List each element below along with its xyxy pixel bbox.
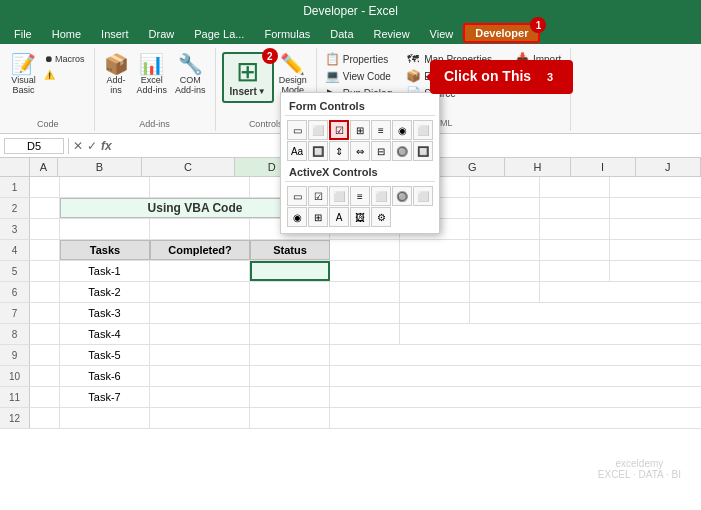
form-ctrl-4[interactable]: ≡	[371, 120, 391, 140]
warning-btn[interactable]: ⚠️	[41, 68, 88, 82]
cell-d8[interactable]	[250, 324, 330, 344]
cell-a12[interactable]	[30, 408, 60, 428]
tab-pagelayout[interactable]: Page La...	[184, 24, 254, 44]
cell-reference[interactable]	[4, 138, 64, 154]
tab-home[interactable]: Home	[42, 24, 91, 44]
tab-file[interactable]: File	[4, 24, 42, 44]
cell-b7[interactable]: Task-3	[60, 303, 150, 323]
cell-c12[interactable]	[150, 408, 250, 428]
form-ctrl-5[interactable]: ◉	[392, 120, 412, 140]
activex-ctrl-2[interactable]: ☑	[308, 186, 328, 206]
cell-b3[interactable]	[60, 219, 150, 239]
insert-function-icon[interactable]: fx	[101, 139, 112, 153]
form-ctrl-12[interactable]: 🔘	[392, 141, 412, 161]
cell-f5[interactable]	[400, 261, 470, 281]
activex-ctrl-3[interactable]: ⬜	[329, 186, 349, 206]
cell-e6[interactable]	[330, 282, 400, 302]
cell-f7[interactable]	[400, 303, 470, 323]
activex-ctrl-4[interactable]: ≡	[350, 186, 370, 206]
insert-btn[interactable]: ⊞ Insert ▼ 2	[222, 52, 274, 103]
tab-data[interactable]: Data	[320, 24, 363, 44]
cell-e5[interactable]	[330, 261, 400, 281]
cell-b4[interactable]: Tasks	[60, 240, 150, 260]
cell-e7[interactable]	[330, 303, 400, 323]
macros-btn[interactable]: ⏺ Macros	[41, 52, 88, 66]
tab-developer[interactable]: Developer 1	[463, 23, 540, 43]
cell-h4[interactable]	[540, 240, 610, 260]
cell-b11[interactable]: Task-7	[60, 387, 150, 407]
cell-d12[interactable]	[250, 408, 330, 428]
cell-d4[interactable]: Status	[250, 240, 330, 260]
activex-ctrl-9[interactable]: ⊞	[308, 207, 328, 227]
cell-h5[interactable]	[540, 261, 610, 281]
view-code-btn[interactable]: 💻 View Code	[323, 68, 394, 84]
cell-a11[interactable]	[30, 387, 60, 407]
visual-basic-btn[interactable]: 📝 VisualBasic	[8, 52, 39, 97]
cell-b6[interactable]: Task-2	[60, 282, 150, 302]
excel-add-ins-btn[interactable]: 📊 ExcelAdd-ins	[134, 52, 171, 97]
cell-d5[interactable]	[250, 261, 330, 281]
properties-btn[interactable]: 📋 Properties	[323, 51, 394, 67]
activex-ctrl-6[interactable]: 🔘	[392, 186, 412, 206]
cell-a3[interactable]	[30, 219, 60, 239]
cancel-formula-icon[interactable]: ✕	[73, 139, 83, 153]
cell-c7[interactable]	[150, 303, 250, 323]
cell-f6[interactable]	[400, 282, 470, 302]
confirm-formula-icon[interactable]: ✓	[87, 139, 97, 153]
cell-c4[interactable]: Completed?	[150, 240, 250, 260]
form-ctrl-10[interactable]: ⇔	[350, 141, 370, 161]
form-ctrl-6[interactable]: ⬜	[413, 120, 433, 140]
form-ctrl-7[interactable]: Aa	[287, 141, 307, 161]
cell-c5[interactable]	[150, 261, 250, 281]
cell-c11[interactable]	[150, 387, 250, 407]
activex-ctrl-7[interactable]: ⬜	[413, 186, 433, 206]
cell-b8[interactable]: Task-4	[60, 324, 150, 344]
cell-c10[interactable]	[150, 366, 250, 386]
cell-a10[interactable]	[30, 366, 60, 386]
activex-ctrl-10[interactable]: A	[329, 207, 349, 227]
cell-d7[interactable]	[250, 303, 330, 323]
form-ctrl-9[interactable]: ⇕	[329, 141, 349, 161]
cell-g2[interactable]	[470, 198, 540, 218]
cell-d6[interactable]	[250, 282, 330, 302]
tab-formulas[interactable]: Formulas	[254, 24, 320, 44]
design-mode-btn[interactable]: ✏️ DesignMode	[276, 52, 310, 97]
cell-b1[interactable]	[60, 177, 150, 197]
activex-ctrl-12[interactable]: ⚙	[371, 207, 391, 227]
cell-b5[interactable]: Task-1	[60, 261, 150, 281]
cell-b12[interactable]	[60, 408, 150, 428]
tab-draw[interactable]: Draw	[139, 24, 185, 44]
cell-c8[interactable]	[150, 324, 250, 344]
cell-h2[interactable]	[540, 198, 610, 218]
cell-d10[interactable]	[250, 366, 330, 386]
form-ctrl-1[interactable]: ▭	[287, 120, 307, 140]
cell-b10[interactable]: Task-6	[60, 366, 150, 386]
cell-a9[interactable]	[30, 345, 60, 365]
cell-g4[interactable]	[470, 240, 540, 260]
cell-h3[interactable]	[540, 219, 610, 239]
tab-review[interactable]: Review	[364, 24, 420, 44]
form-ctrl-8[interactable]: 🔲	[308, 141, 328, 161]
form-ctrl-checkbox[interactable]: ☑	[329, 120, 349, 140]
cell-a2[interactable]	[30, 198, 60, 218]
activex-ctrl-8[interactable]: ◉	[287, 207, 307, 227]
cell-g6[interactable]	[470, 282, 540, 302]
cell-g3[interactable]	[470, 219, 540, 239]
cell-c9[interactable]	[150, 345, 250, 365]
cell-c3[interactable]	[150, 219, 250, 239]
cell-c6[interactable]	[150, 282, 250, 302]
form-ctrl-11[interactable]: ⊟	[371, 141, 391, 161]
cell-e4[interactable]	[330, 240, 400, 260]
form-ctrl-2[interactable]: ⬜	[308, 120, 328, 140]
activex-ctrl-11[interactable]: 🖼	[350, 207, 370, 227]
add-ins-btn[interactable]: 📦 Add-ins	[101, 52, 132, 97]
cell-d11[interactable]	[250, 387, 330, 407]
cell-b9[interactable]: Task-5	[60, 345, 150, 365]
activex-ctrl-1[interactable]: ▭	[287, 186, 307, 206]
cell-a5[interactable]	[30, 261, 60, 281]
cell-a1[interactable]	[30, 177, 60, 197]
cell-a7[interactable]	[30, 303, 60, 323]
cell-f4[interactable]	[400, 240, 470, 260]
form-ctrl-3[interactable]: ⊞	[350, 120, 370, 140]
com-add-ins-btn[interactable]: 🔧 COMAdd-ins	[172, 52, 209, 97]
